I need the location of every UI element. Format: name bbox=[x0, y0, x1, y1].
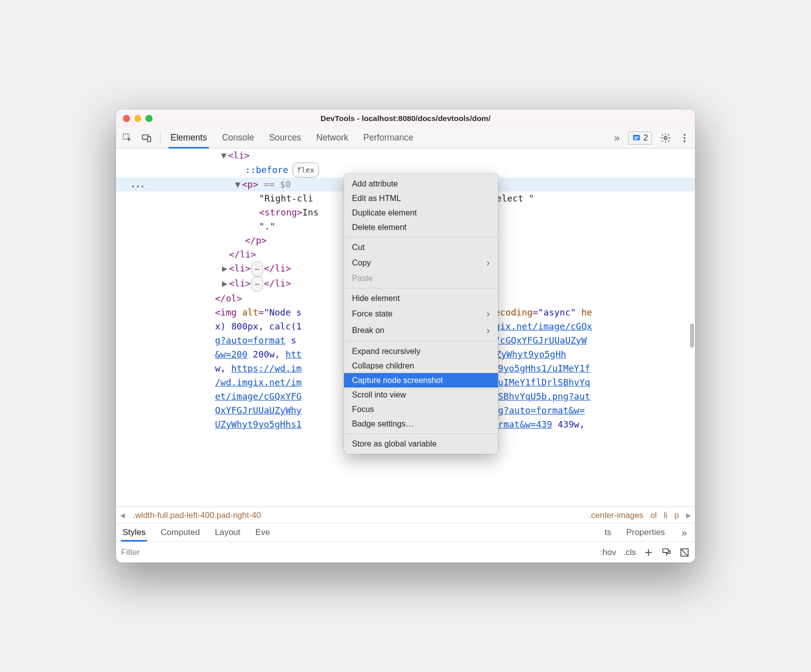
console-reference: == $0 bbox=[258, 179, 291, 190]
ellipsis-icon[interactable]: ⋯ bbox=[252, 276, 262, 292]
toggle-hov-button[interactable]: :hov bbox=[600, 548, 616, 558]
computed-panel-icon[interactable] bbox=[679, 547, 690, 558]
image-url[interactable]: UZyWhyt9yo5gHhs1 bbox=[215, 419, 302, 430]
breadcrumb-item[interactable]: .center-images bbox=[588, 510, 643, 520]
subtab-properties[interactable]: Properties bbox=[626, 524, 665, 540]
menu-item-hide-element[interactable]: Hide element bbox=[344, 291, 498, 306]
menu-separator bbox=[344, 434, 498, 434]
svg-rect-2 bbox=[148, 136, 150, 142]
titlebar: DevTools - localhost:8080/docs/devtools/… bbox=[116, 110, 695, 128]
image-url[interactable]: QxYFGJrUUaUZyWhy bbox=[215, 405, 302, 416]
svg-rect-5 bbox=[634, 138, 638, 138]
window-title: DevTools - localhost:8080/docs/devtools/… bbox=[116, 114, 695, 123]
filter-input[interactable]: Filter bbox=[121, 548, 140, 558]
svg-rect-11 bbox=[663, 548, 668, 552]
ellipsis-icon[interactable]: ⋯ bbox=[252, 262, 262, 276]
issues-badge[interactable]: 2 bbox=[628, 132, 652, 144]
context-menu: Add attributeEdit as HTMLDuplicate eleme… bbox=[344, 174, 498, 454]
tab-console[interactable]: Console bbox=[221, 128, 255, 147]
menu-item-add-attribute[interactable]: Add attribute bbox=[344, 176, 498, 191]
tab-elements[interactable]: Elements bbox=[170, 128, 208, 147]
menu-item-force-state[interactable]: Force state bbox=[344, 306, 498, 322]
breadcrumb-item[interactable]: .width-full.pad-left-400.pad-right-40 bbox=[133, 510, 261, 520]
device-toggle-icon[interactable] bbox=[139, 130, 154, 146]
image-url[interactable]: g?auto=format bbox=[215, 335, 286, 346]
subtab-event-listeners-left[interactable]: Eve bbox=[255, 524, 270, 540]
image-url[interactable]: htt bbox=[286, 349, 302, 360]
paint-icon[interactable] bbox=[661, 547, 672, 558]
svg-rect-6 bbox=[634, 138, 637, 139]
styles-subtabs: Styles Computed Layout Eve ts Properties… bbox=[116, 524, 695, 542]
menu-item-badge-settings[interactable]: Badge settings… bbox=[344, 416, 498, 431]
styles-toolbar: Filter :hov .cls bbox=[116, 542, 695, 562]
svg-rect-4 bbox=[634, 136, 638, 137]
breadcrumb-item[interactable]: li bbox=[664, 510, 667, 520]
breadcrumb-item[interactable]: ol bbox=[650, 510, 657, 520]
menu-separator bbox=[344, 341, 498, 342]
settings-icon[interactable] bbox=[658, 130, 673, 146]
subtab-computed[interactable]: Computed bbox=[160, 524, 200, 540]
subtab-fragment[interactable]: ts bbox=[604, 524, 612, 540]
tab-performance[interactable]: Performance bbox=[362, 128, 414, 147]
chevron-right-icon[interactable]: ▶ bbox=[686, 512, 691, 519]
breadcrumb: ◀ .width-full.pad-left-400.pad-right-40 … bbox=[116, 506, 695, 524]
menu-item-break-on[interactable]: Break on bbox=[344, 322, 498, 338]
toolbar: Elements Console Sources Network Perform… bbox=[116, 128, 695, 148]
svg-point-10 bbox=[684, 140, 686, 142]
devtools-window: DevTools - localhost:8080/docs/devtools/… bbox=[116, 110, 695, 562]
separator bbox=[160, 132, 160, 144]
new-style-rule-icon[interactable] bbox=[643, 547, 654, 558]
tab-network[interactable]: Network bbox=[315, 128, 349, 147]
image-url[interactable]: https://wd.im bbox=[232, 363, 302, 374]
inspect-element-icon[interactable] bbox=[120, 130, 135, 146]
vertical-scrollbar[interactable] bbox=[690, 324, 694, 348]
chevron-left-icon[interactable]: ◀ bbox=[120, 512, 125, 519]
image-url[interactable]: et/image/cGQxYFG bbox=[215, 391, 302, 402]
tab-sources[interactable]: Sources bbox=[268, 128, 302, 147]
menu-item-scroll-into-view[interactable]: Scroll into view bbox=[344, 388, 498, 402]
menu-item-cut[interactable]: Cut bbox=[344, 240, 498, 254]
menu-item-paste: Paste bbox=[344, 271, 498, 286]
pseudo-before: ::before bbox=[245, 164, 288, 175]
svg-point-7 bbox=[664, 136, 667, 140]
issues-count: 2 bbox=[644, 133, 648, 143]
svg-point-8 bbox=[684, 134, 686, 136]
menu-item-store-as-global-variable[interactable]: Store as global variable bbox=[344, 436, 498, 451]
menu-item-focus[interactable]: Focus bbox=[344, 402, 498, 416]
subtab-styles[interactable]: Styles bbox=[122, 524, 146, 540]
menu-item-edit-as-html[interactable]: Edit as HTML bbox=[344, 191, 498, 206]
more-tabs-button[interactable]: » bbox=[612, 132, 622, 144]
menu-item-collapse-children[interactable]: Collapse children bbox=[344, 358, 498, 373]
menu-item-expand-recursively[interactable]: Expand recursively bbox=[344, 344, 498, 358]
image-url[interactable]: /wd.imgix.net/im bbox=[215, 377, 302, 388]
breadcrumb-item[interactable]: p bbox=[674, 510, 679, 520]
image-url[interactable]: &w=200 bbox=[215, 349, 248, 360]
flex-badge[interactable]: flex bbox=[292, 162, 319, 178]
toggle-cls-button[interactable]: .cls bbox=[624, 548, 636, 558]
panel-tabs: Elements Console Sources Network Perform… bbox=[166, 128, 414, 147]
svg-point-9 bbox=[684, 137, 686, 139]
subtab-layout[interactable]: Layout bbox=[214, 524, 241, 540]
menu-separator bbox=[344, 237, 498, 238]
more-subtabs-button[interactable]: » bbox=[680, 527, 689, 538]
menu-separator bbox=[344, 288, 498, 288]
menu-item-duplicate-element[interactable]: Duplicate element bbox=[344, 206, 498, 220]
kebab-menu-icon[interactable] bbox=[677, 130, 692, 146]
menu-item-delete-element[interactable]: Delete element bbox=[344, 220, 498, 234]
menu-item-copy[interactable]: Copy bbox=[344, 254, 498, 271]
menu-item-capture-node-screenshot[interactable]: Capture node screenshot bbox=[344, 373, 498, 388]
selection-dots-icon: ••• bbox=[131, 180, 145, 194]
